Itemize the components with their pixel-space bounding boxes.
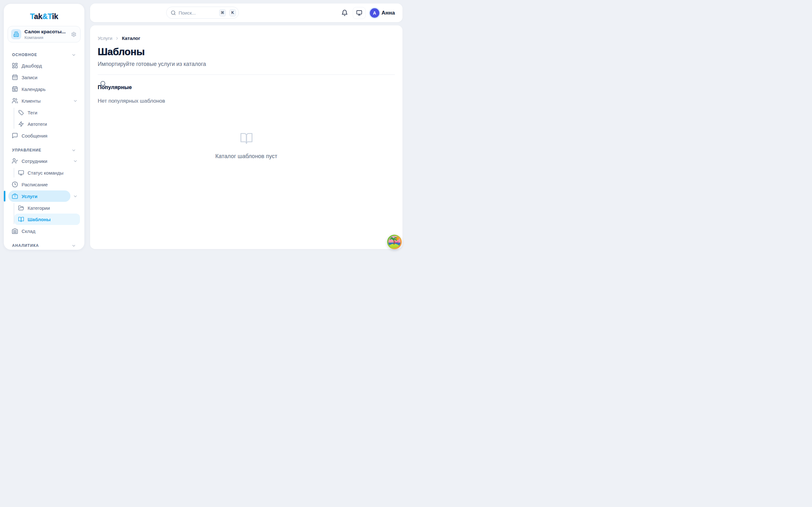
book-open-icon [18,216,24,222]
warehouse-icon [12,228,18,234]
chevron-down-icon[interactable] [70,194,80,199]
breadcrumb: Услуги Каталог [98,36,395,41]
top-bar: ⌘ K A Анна [90,3,403,22]
sidebar: Tak&Tik Салон красоты... Компания ОСНОВН… [4,4,84,250]
clients-subgroup: Теги Автотеги [8,107,80,130]
sidebar-item-autotags[interactable]: Автотеги [14,118,80,130]
app-logo[interactable]: Tak&Tik [4,4,84,21]
chat-icon [12,132,18,139]
staff-subgroup: Статус команды [8,167,80,178]
main-panel: Услуги Каталог Шаблоны Импортируйте гото… [90,25,403,249]
search-icon [100,80,106,87]
section-analytics[interactable]: АНАЛИТИКА [8,241,80,250]
section-main[interactable]: ОСНОВНОЕ [8,50,80,60]
zap-icon [18,121,24,127]
sidebar-item-schedule[interactable]: Расписание [8,179,80,190]
catalog-empty-text: Каталог шаблонов пуст [98,153,395,160]
popular-empty-text: Нет популярных шаблонов [98,98,395,104]
island-illustration [387,234,402,249]
avatar: A [370,8,379,18]
users-icon [12,98,18,104]
user-check-icon [12,158,18,164]
chevron-down-icon [71,243,76,248]
user-name: Анна [382,10,395,16]
monitor-icon [356,10,362,16]
kbd-cmd: ⌘ [219,9,226,16]
services-subgroup: Категории Шаблоны [8,202,80,225]
sidebar-nav: ОСНОВНОЕ Дашборд Записи Календарь Клиент… [4,50,84,250]
sidebar-item-services[interactable]: Услуги [8,190,80,202]
company-switcher[interactable]: Салон красоты... Компания [8,26,81,43]
tag-icon [18,110,24,116]
calendar-icon [12,86,18,92]
gear-icon[interactable] [71,32,77,37]
vacation-island-badge[interactable] [387,234,402,249]
sidebar-item-categories[interactable]: Категории [14,202,80,214]
monitor-icon [18,170,24,176]
sidebar-item-appointments[interactable]: Записи [8,72,80,83]
chevron-down-icon[interactable] [70,159,80,164]
company-type: Компания [24,35,68,40]
sidebar-item-messages[interactable]: Сообщения [8,130,80,141]
section-management[interactable]: УПРАВЛЕНИЕ [8,146,80,155]
sidebar-item-calendar[interactable]: Календарь [8,83,80,95]
breadcrumb-catalog: Каталог [122,36,140,41]
page-subtitle: Импортируйте готовые услуги из каталога [98,61,395,67]
chevron-right-icon [115,36,119,41]
kbd-k: K [229,9,236,16]
calendar-dots-icon [12,74,18,80]
notifications-button[interactable] [341,9,348,16]
book-open-icon [240,131,253,146]
breadcrumb-services[interactable]: Услуги [98,36,112,41]
sidebar-item-tags[interactable]: Теги [14,107,80,118]
chevron-down-icon[interactable] [70,99,80,103]
building-icon [11,29,21,39]
user-menu[interactable]: A Анна [370,8,395,18]
briefcase-icon [12,193,18,199]
sidebar-item-dashboard[interactable]: Дашборд [8,60,80,71]
page-title: Шаблоны [98,46,395,58]
dashboard-icon [12,62,18,69]
sidebar-item-warehouse[interactable]: Склад [8,225,80,237]
sidebar-item-team-status[interactable]: Статус команды [14,167,80,178]
chevron-down-icon [71,148,76,153]
search-input[interactable] [179,10,217,15]
folder-open-icon [18,205,24,211]
sidebar-item-templates[interactable]: Шаблоны [14,214,80,225]
display-mode-button[interactable] [353,7,366,19]
company-name: Салон красоты... [24,29,68,35]
search-icon [171,10,176,15]
sidebar-item-staff[interactable]: Сотрудники [8,155,80,167]
global-search[interactable]: ⌘ K [166,7,239,19]
catalog-empty-state: Каталог шаблонов пуст [98,131,395,160]
sidebar-item-clients[interactable]: Клиенты [8,95,80,107]
chevron-down-icon [71,53,76,57]
clock-icon [12,181,18,187]
